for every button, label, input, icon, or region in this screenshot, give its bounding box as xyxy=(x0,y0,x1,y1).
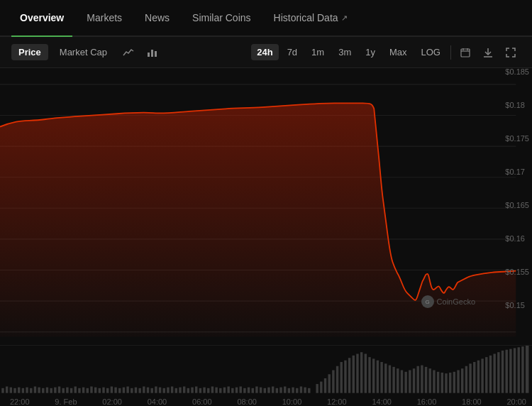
svg-rect-104 xyxy=(353,356,355,393)
svg-rect-90 xyxy=(292,388,294,393)
svg-rect-87 xyxy=(279,388,282,393)
svg-rect-2 xyxy=(155,51,157,57)
timeframe-1m-button[interactable]: 1m xyxy=(306,44,330,60)
svg-rect-65 xyxy=(191,388,193,393)
svg-rect-124 xyxy=(433,371,435,393)
svg-rect-125 xyxy=(437,372,439,393)
svg-rect-109 xyxy=(372,358,375,393)
volume-chart-svg xyxy=(0,346,532,395)
svg-rect-144 xyxy=(514,348,516,393)
svg-rect-140 xyxy=(497,352,499,393)
download-icon xyxy=(483,48,493,57)
timeframe-1y-button[interactable]: 1y xyxy=(360,44,381,60)
svg-rect-106 xyxy=(360,352,362,393)
svg-rect-23 xyxy=(22,388,24,393)
svg-rect-35 xyxy=(70,388,72,393)
svg-rect-103 xyxy=(348,358,350,393)
svg-rect-119 xyxy=(413,368,415,393)
svg-rect-59 xyxy=(167,388,169,393)
log-scale-button[interactable]: LOG xyxy=(416,44,446,60)
svg-rect-110 xyxy=(377,361,379,393)
svg-rect-137 xyxy=(485,357,487,393)
svg-rect-105 xyxy=(356,354,358,393)
svg-rect-29 xyxy=(46,388,48,393)
svg-rect-121 xyxy=(421,366,423,393)
svg-rect-108 xyxy=(368,357,370,393)
svg-rect-85 xyxy=(272,387,274,393)
svg-rect-99 xyxy=(332,371,334,393)
svg-rect-82 xyxy=(260,388,262,393)
svg-rect-52 xyxy=(138,388,140,393)
download-button[interactable] xyxy=(478,43,498,62)
svg-rect-102 xyxy=(344,361,346,393)
market-cap-tab-button[interactable]: Market Cap xyxy=(52,44,114,60)
svg-rect-31 xyxy=(54,388,56,393)
svg-rect-3 xyxy=(461,49,470,57)
svg-rect-88 xyxy=(284,387,286,393)
svg-rect-36 xyxy=(74,387,77,393)
bar-chart-button[interactable] xyxy=(143,43,162,62)
svg-rect-77 xyxy=(240,387,242,393)
x-label-10: 18:00 xyxy=(462,397,482,406)
svg-rect-117 xyxy=(404,372,406,393)
svg-rect-39 xyxy=(87,388,89,393)
svg-rect-46 xyxy=(114,388,116,393)
svg-rect-26 xyxy=(34,387,36,393)
expand-button[interactable] xyxy=(501,43,521,62)
svg-rect-123 xyxy=(429,368,431,393)
svg-rect-51 xyxy=(135,388,137,393)
calendar-icon xyxy=(460,48,470,57)
timeframe-24h-button[interactable]: 24h xyxy=(251,44,278,60)
x-label-0: 22:00 xyxy=(10,397,30,406)
svg-rect-25 xyxy=(30,388,32,393)
line-chart-button[interactable] xyxy=(118,43,138,62)
svg-rect-70 xyxy=(211,387,214,393)
svg-rect-138 xyxy=(489,356,492,393)
svg-rect-43 xyxy=(102,388,104,393)
svg-rect-69 xyxy=(207,388,209,393)
svg-rect-145 xyxy=(518,347,520,393)
svg-rect-95 xyxy=(316,384,318,393)
calendar-button[interactable] xyxy=(455,43,475,62)
svg-rect-128 xyxy=(449,373,451,393)
svg-rect-122 xyxy=(425,367,427,393)
timeframe-3m-button[interactable]: 3m xyxy=(333,44,357,60)
top-navigation: Overview Markets News Similar Coins Hist… xyxy=(0,0,532,37)
svg-rect-134 xyxy=(473,362,475,393)
svg-rect-111 xyxy=(380,362,382,393)
svg-rect-45 xyxy=(111,387,113,393)
svg-rect-30 xyxy=(50,388,52,393)
nav-item-similar-coins[interactable]: Similar Coins xyxy=(184,0,259,37)
svg-rect-107 xyxy=(365,354,367,393)
svg-rect-38 xyxy=(82,388,84,393)
x-label-1: 9. Feb xyxy=(55,397,77,406)
nav-item-overview[interactable]: Overview xyxy=(11,0,72,37)
volume-chart-container xyxy=(0,345,532,395)
nav-item-markets[interactable]: Markets xyxy=(78,0,131,37)
svg-rect-136 xyxy=(481,358,483,393)
timeframe-max-button[interactable]: Max xyxy=(384,44,413,60)
svg-rect-53 xyxy=(143,387,145,393)
svg-rect-68 xyxy=(203,388,205,393)
svg-rect-54 xyxy=(147,388,149,393)
svg-rect-63 xyxy=(183,387,185,393)
toolbar-right: 24h 7d 1m 3m 1y Max LOG xyxy=(251,43,521,62)
timeframe-7d-button[interactable]: 7d xyxy=(282,44,303,60)
svg-rect-33 xyxy=(62,388,65,393)
svg-rect-22 xyxy=(18,388,20,393)
svg-rect-58 xyxy=(163,388,165,393)
price-chart-container: $0.185 $0.18 $0.175 $0.17 $0.165 $0.16 $… xyxy=(0,68,532,345)
nav-item-historical-data[interactable]: Historical Data ↗ xyxy=(265,0,356,37)
svg-rect-67 xyxy=(199,388,201,393)
svg-rect-0 xyxy=(148,53,150,57)
volume-bars xyxy=(1,346,528,393)
svg-rect-126 xyxy=(441,373,443,393)
svg-rect-133 xyxy=(469,363,471,393)
nav-item-news[interactable]: News xyxy=(136,0,178,37)
price-tab-button[interactable]: Price xyxy=(11,44,48,60)
svg-rect-42 xyxy=(99,388,101,393)
svg-rect-64 xyxy=(187,388,189,393)
svg-rect-48 xyxy=(123,388,125,393)
svg-rect-75 xyxy=(231,388,233,393)
toolbar-left: Price Market Cap xyxy=(11,43,247,62)
